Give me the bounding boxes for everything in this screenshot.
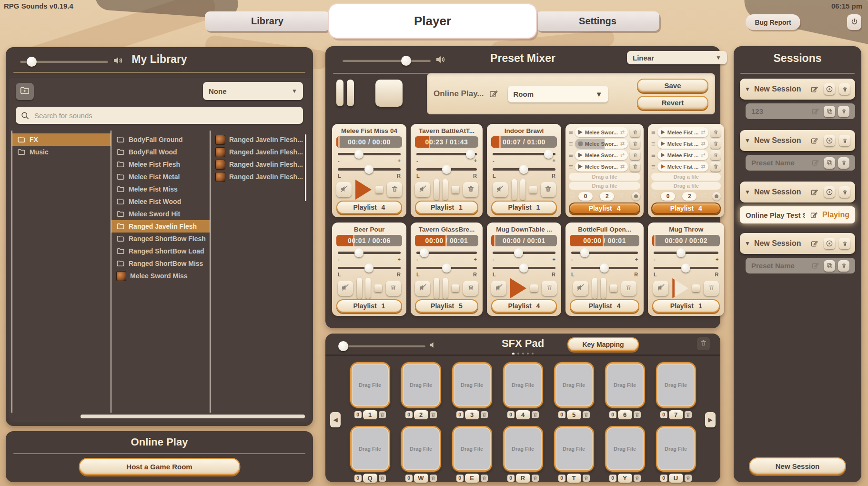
pan-slider[interactable]: LR	[570, 263, 639, 277]
drag-handle-icon[interactable]: ≡	[569, 140, 573, 147]
edit-preset-button[interactable]	[808, 209, 819, 221]
pause-button[interactable]	[434, 179, 448, 200]
playlist-button[interactable]: Playlist1	[415, 201, 478, 214]
shuffle-icon[interactable]	[699, 192, 707, 201]
stop-button[interactable]	[452, 186, 459, 193]
list-item[interactable]: Melee Fist Flesh	[111, 158, 210, 171]
mixer-mode-dropdown[interactable]: Linear▼	[627, 51, 727, 64]
repeat-toggle[interactable]	[712, 192, 721, 201]
playlist-button[interactable]: Playlist4	[336, 201, 402, 214]
pause-button[interactable]	[357, 278, 371, 299]
drag-handle-icon[interactable]: ≡	[569, 163, 573, 170]
pause-button[interactable]	[592, 278, 606, 299]
sfx-pad[interactable]: Drag File	[452, 426, 492, 472]
stop-button[interactable]	[692, 284, 700, 292]
list-item[interactable]: Ranged Javelin Flesh...	[211, 146, 307, 158]
mute-button[interactable]	[493, 182, 508, 197]
pad-delete-button[interactable]	[685, 411, 692, 418]
pan-slider[interactable]: LR	[336, 164, 402, 178]
pad-key-label[interactable]: 7	[669, 410, 683, 419]
drag-handle-icon[interactable]: ≡	[569, 129, 573, 136]
pad-delete-button[interactable]	[634, 411, 641, 418]
edit-session-button[interactable]	[808, 135, 820, 146]
session-header[interactable]: ▼ New Session	[740, 182, 855, 202]
delete-button[interactable]	[542, 281, 557, 296]
stop-all-button[interactable]	[375, 80, 403, 107]
edit-icon[interactable]	[488, 88, 499, 100]
pad-delete-button[interactable]	[430, 475, 437, 482]
volume-slider[interactable]: -+	[570, 248, 639, 262]
list-item[interactable]: Melee Fist Miss	[111, 183, 210, 195]
playlist-button[interactable]: Playlist4	[651, 202, 721, 214]
loop-icon[interactable]: ⇄	[620, 163, 625, 170]
delete-item-button[interactable]	[710, 139, 721, 149]
drag-file-target[interactable]: Drag File	[607, 364, 643, 405]
edit-preset-button[interactable]	[809, 106, 821, 117]
repeat-toggle[interactable]	[632, 192, 640, 201]
playlist-button[interactable]: Playlist4	[570, 299, 639, 313]
loop-icon[interactable]: ⇄	[701, 163, 705, 170]
copy-preset-button[interactable]	[824, 106, 835, 117]
sfx-pad[interactable]: Drag File	[503, 362, 543, 408]
list-item[interactable]: Ranged ShortBow Load	[111, 245, 210, 257]
playlist-button[interactable]: Playlist1	[336, 299, 402, 313]
list-item[interactable]: Ranged ShortBow Flesh	[111, 233, 210, 245]
chevron-down-icon[interactable]: ▼	[745, 137, 750, 144]
sfx-pad[interactable]: Drag File	[554, 426, 594, 472]
sfx-pad[interactable]: Drag File	[401, 426, 441, 472]
loop-icon[interactable]: ⇄	[620, 129, 625, 135]
delete-item-button[interactable]	[710, 150, 721, 160]
pad-key-label[interactable]: Y	[618, 474, 632, 483]
drag-file-target[interactable]: Drag File	[353, 428, 388, 469]
drag-file-slot[interactable]: Drag a file	[569, 182, 640, 190]
revert-button[interactable]: Revert	[637, 96, 708, 110]
sfx-pad[interactable]: Drag File	[605, 362, 645, 408]
stop-button[interactable]	[375, 186, 383, 193]
loop-icon[interactable]: ⇄	[620, 141, 625, 147]
playlist-button[interactable]: Playlist4	[569, 202, 640, 214]
pause-all-bar[interactable]	[336, 80, 343, 106]
drag-handle-icon[interactable]: ≡	[569, 152, 573, 159]
mute-button[interactable]	[653, 281, 668, 296]
pad-delete-button[interactable]	[379, 475, 386, 482]
key-mapping-button[interactable]: Key Mapping	[567, 337, 639, 351]
list-item[interactable]: Melee Fist Metal	[111, 171, 210, 183]
sfx-pad[interactable]: Drag File	[656, 426, 696, 472]
mute-button[interactable]	[415, 182, 430, 197]
chevron-down-icon[interactable]: ▼	[745, 240, 750, 247]
add-folder-button[interactable]	[16, 83, 34, 100]
library-filter-dropdown[interactable]: None▼	[203, 82, 303, 100]
playlist-button[interactable]: Playlist1	[652, 299, 720, 313]
mute-button[interactable]	[338, 281, 353, 296]
add-preset-button[interactable]	[824, 135, 835, 146]
session-header[interactable]: ▼ New Session	[740, 79, 855, 100]
drag-file-target[interactable]: Drag File	[505, 428, 541, 469]
power-button[interactable]	[847, 14, 861, 30]
sfx-pad[interactable]: Drag File	[554, 362, 594, 408]
volume-slider[interactable]: -+	[336, 248, 402, 262]
volume-slider[interactable]: -+	[491, 149, 557, 163]
drag-file-target[interactable]: Drag File	[505, 364, 541, 405]
add-preset-button[interactable]	[824, 238, 835, 249]
sfx-pad[interactable]: Drag File	[503, 426, 543, 472]
drag-file-target[interactable]: Drag File	[658, 428, 694, 469]
room-dropdown[interactable]: Room▼	[508, 86, 608, 102]
playlist-item[interactable]: ≡ Melee Swor... ⇄	[569, 139, 640, 149]
host-game-room-button[interactable]: Host a Game Room	[79, 458, 240, 475]
new-session-button[interactable]: New Session	[749, 457, 846, 475]
pad-key-label[interactable]: Q	[363, 474, 377, 483]
delete-button[interactable]	[704, 281, 719, 296]
list-item[interactable]: FX	[12, 133, 111, 146]
pad-key-label[interactable]: T	[567, 474, 581, 483]
drag-file-target[interactable]: Drag File	[607, 428, 643, 469]
mute-button[interactable]	[415, 281, 430, 296]
range-to-field[interactable]: 2	[682, 192, 696, 201]
pad-key-label[interactable]: U	[669, 474, 683, 483]
pad-key-label[interactable]: 5	[567, 410, 581, 419]
horizontal-scrollbar[interactable]	[81, 415, 305, 418]
drag-file-slot[interactable]: Drag a file	[651, 182, 721, 190]
mute-button[interactable]	[336, 182, 352, 197]
stop-button[interactable]	[529, 186, 537, 193]
delete-preset-button[interactable]	[838, 260, 849, 272]
session-preset[interactable]: 123	[746, 103, 855, 119]
